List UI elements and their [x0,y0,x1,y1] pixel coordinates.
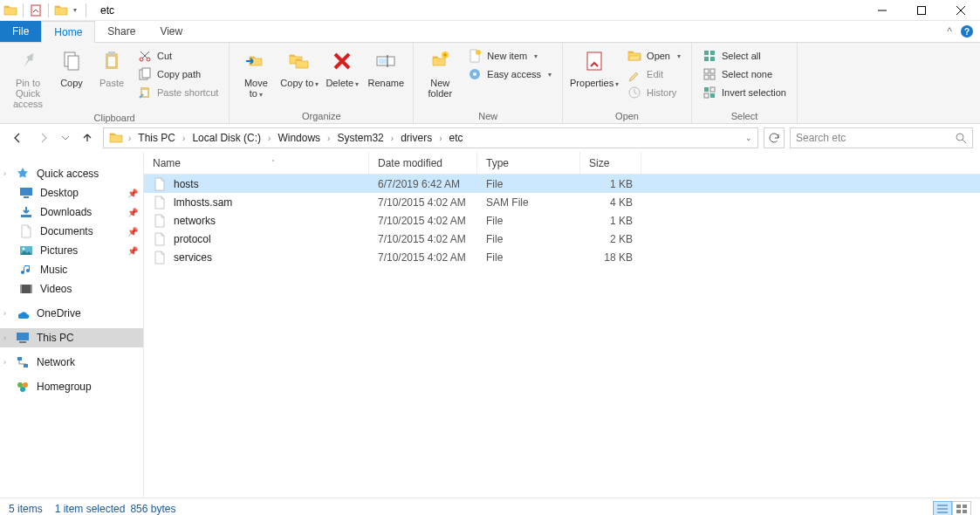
qat-folder-icon[interactable] [54,3,68,17]
minimize-button[interactable] [862,0,901,21]
qat-properties-icon[interactable] [29,3,43,17]
move-to-button[interactable]: Move to▾ [235,45,277,100]
refresh-button[interactable] [764,127,785,148]
table-row[interactable]: lmhosts.sam7/10/2015 4:02 AMSAM File4 KB [144,193,980,211]
sidebar-item-pictures[interactable]: Pictures📌 [0,241,143,260]
sidebar-item-onedrive[interactable]: ›OneDrive [0,304,143,323]
details-view-button[interactable] [933,501,952,516]
sidebar-item-downloads[interactable]: Downloads📌 [0,203,143,222]
pictures-icon [19,244,33,258]
chevron-right-icon[interactable]: › [266,134,272,143]
pin-icon: 📌 [127,227,138,237]
breadcrumb[interactable]: Windows [272,128,326,148]
forward-button[interactable] [33,127,54,148]
chevron-right-icon[interactable]: › [127,134,133,143]
rename-icon [372,47,400,75]
sidebar-item-desktop[interactable]: Desktop📌 [0,183,143,203]
copy-path-button[interactable]: Copy path [134,65,204,83]
breadcrumb[interactable]: System32 [332,128,388,148]
breadcrumb[interactable]: drivers [395,128,437,148]
tab-share[interactable]: Share [95,21,147,42]
breadcrumb[interactable]: Local Disk (C:) [187,128,266,148]
chevron-right-icon[interactable]: › [326,134,332,143]
chevron-right-icon[interactable]: › [389,134,395,143]
table-row[interactable]: hosts6/7/2019 6:42 AMFile1 KB [144,175,980,193]
chevron-right-icon[interactable]: › [3,358,6,367]
paste-button[interactable]: Paste [93,45,131,90]
sidebar-item-music[interactable]: Music [0,260,143,279]
file-icon [153,214,167,228]
copy-to-button[interactable]: Copy to▾ [278,45,320,90]
new-item-button[interactable]: New item▾ [464,47,541,65]
file-name: lmhosts.sam [174,196,232,209]
delete-icon [328,47,356,75]
tab-view[interactable]: View [147,21,195,42]
select-none-icon [702,67,716,81]
address-bar[interactable]: › This PC› Local Disk (C:)› Windows› Sys… [103,127,758,148]
select-all-button[interactable]: Select all [699,47,764,65]
breadcrumb[interactable]: etc [444,128,469,148]
svg-rect-25 [704,51,709,55]
edit-button[interactable]: Edit [624,65,667,83]
table-row[interactable]: networks7/10/2015 4:02 AMFile1 KB [144,211,980,230]
pin-quick-access-button[interactable]: Pin to Quick access [5,45,51,111]
easy-access-button[interactable]: Easy access▾ [464,65,555,83]
file-size: 4 KB [580,196,641,209]
svg-rect-13 [142,68,150,78]
address-dropdown-icon[interactable]: ⌄ [745,134,752,142]
chevron-right-icon[interactable]: › [437,134,443,143]
sidebar-item-quick-access[interactable]: ›Quick access [0,164,143,183]
sort-asc-icon: ˄ [271,159,275,167]
search-placeholder: Search etc [796,132,846,144]
sidebar-item-homegroup[interactable]: Homegroup [0,377,143,396]
cut-button[interactable]: Cut [134,47,175,65]
help-icon[interactable]: ? [961,25,973,38]
table-row[interactable]: protocol7/10/2015 4:02 AMFile2 KB [144,230,980,248]
new-folder-button[interactable]: New folder [419,45,461,100]
maximize-button[interactable] [901,0,941,21]
open-button[interactable]: Open▾ [624,47,684,65]
recent-locations-button[interactable] [59,127,72,148]
chevron-right-icon[interactable]: › [3,309,6,318]
rename-button[interactable]: Rename [364,45,408,90]
select-none-button[interactable]: Select none [699,65,776,83]
copy-icon [58,47,86,75]
file-type: File [477,233,580,245]
sidebar-item-network[interactable]: ›Network [0,353,143,372]
chevron-right-icon[interactable]: › [3,333,6,342]
file-icon [153,251,167,264]
column-name[interactable]: Name˄ [144,152,369,174]
close-button[interactable] [941,0,980,21]
svg-rect-57 [956,505,961,508]
svg-point-22 [473,72,476,76]
column-type[interactable]: Type [477,152,580,174]
svg-rect-46 [31,285,32,293]
tab-home[interactable]: Home [41,21,95,43]
breadcrumb[interactable]: This PC [133,128,181,148]
up-button[interactable] [77,127,98,148]
sidebar-item-this-pc[interactable]: ›This PC [0,328,143,347]
file-size: 1 KB [580,215,641,227]
delete-button[interactable]: Delete▾ [322,45,362,90]
history-button[interactable]: History [624,84,680,101]
search-input[interactable]: Search etc [790,127,973,148]
collapse-ribbon-icon[interactable]: ^ [947,25,952,38]
table-row[interactable]: services7/10/2015 4:02 AMFile18 KB [144,248,980,266]
paste-shortcut-button[interactable]: Paste shortcut [134,84,222,101]
chevron-right-icon[interactable]: › [181,134,187,143]
qat-dropdown-icon[interactable]: ▾ [70,6,80,14]
svg-rect-8 [108,52,115,55]
back-button[interactable] [7,127,28,148]
invert-selection-button[interactable]: Invert selection [699,84,790,101]
chevron-right-icon[interactable]: › [3,169,6,178]
column-size[interactable]: Size [580,152,641,174]
properties-button[interactable]: Properties▾ [568,45,620,90]
copy-button[interactable]: Copy [52,45,91,90]
svg-rect-49 [17,357,22,360]
sidebar-item-videos[interactable]: Videos [0,279,143,299]
thumbnails-view-button[interactable] [952,501,971,516]
column-date[interactable]: Date modified [369,152,477,174]
sidebar-item-documents[interactable]: Documents📌 [0,222,143,241]
address-folder-icon [106,131,127,145]
tab-file[interactable]: File [0,21,41,42]
